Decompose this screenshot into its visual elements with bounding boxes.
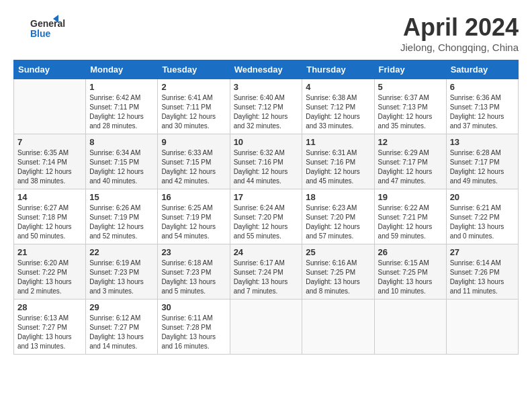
calendar-cell: 20Sunrise: 6:21 AM Sunset: 7:22 PM Dayli… xyxy=(446,189,518,244)
location: Jielong, Chongqing, China xyxy=(400,42,519,53)
day-number: 18 xyxy=(306,192,370,202)
weekday-header-saturday: Saturday xyxy=(446,60,518,79)
day-info: Sunrise: 6:41 AM Sunset: 7:11 PM Dayligh… xyxy=(161,93,226,131)
calendar-cell: 14Sunrise: 6:27 AM Sunset: 7:18 PM Dayli… xyxy=(14,189,86,244)
calendar-cell: 5Sunrise: 6:37 AM Sunset: 7:13 PM Daylig… xyxy=(374,79,446,134)
day-info: Sunrise: 6:19 AM Sunset: 7:23 PM Dayligh… xyxy=(89,259,154,296)
calendar-cell: 19Sunrise: 6:22 AM Sunset: 7:21 PM Dayli… xyxy=(374,189,446,244)
day-number: 28 xyxy=(17,302,82,312)
calendar-cell: 29Sunrise: 6:12 AM Sunset: 7:27 PM Dayli… xyxy=(86,300,158,355)
day-info: Sunrise: 6:31 AM Sunset: 7:16 PM Dayligh… xyxy=(306,148,370,186)
calendar-table: SundayMondayTuesdayWednesdayThursdayFrid… xyxy=(13,60,519,355)
day-info: Sunrise: 6:36 AM Sunset: 7:13 PM Dayligh… xyxy=(450,93,515,131)
day-number: 9 xyxy=(161,137,226,147)
calendar-week-row: 14Sunrise: 6:27 AM Sunset: 7:18 PM Dayli… xyxy=(14,189,519,244)
weekday-header-monday: Monday xyxy=(86,60,158,79)
day-info: Sunrise: 6:17 AM Sunset: 7:24 PM Dayligh… xyxy=(234,259,299,296)
day-info: Sunrise: 6:38 AM Sunset: 7:12 PM Dayligh… xyxy=(306,93,370,131)
day-number: 16 xyxy=(161,192,226,202)
day-info: Sunrise: 6:28 AM Sunset: 7:17 PM Dayligh… xyxy=(450,148,515,186)
day-number: 6 xyxy=(450,82,515,92)
calendar-cell: 7Sunrise: 6:35 AM Sunset: 7:14 PM Daylig… xyxy=(14,134,86,189)
calendar-cell: 25Sunrise: 6:16 AM Sunset: 7:25 PM Dayli… xyxy=(302,244,374,300)
calendar-cell: 9Sunrise: 6:33 AM Sunset: 7:15 PM Daylig… xyxy=(158,134,230,189)
day-info: Sunrise: 6:21 AM Sunset: 7:22 PM Dayligh… xyxy=(450,203,515,241)
calendar-cell: 4Sunrise: 6:38 AM Sunset: 7:12 PM Daylig… xyxy=(302,79,374,134)
day-number: 21 xyxy=(17,247,82,257)
day-number: 17 xyxy=(234,192,299,202)
weekday-header-sunday: Sunday xyxy=(14,60,86,79)
day-number: 27 xyxy=(450,247,515,257)
calendar-cell xyxy=(446,300,518,355)
day-info: Sunrise: 6:15 AM Sunset: 7:25 PM Dayligh… xyxy=(378,259,443,296)
day-info: Sunrise: 6:33 AM Sunset: 7:15 PM Dayligh… xyxy=(161,148,226,186)
day-number: 26 xyxy=(378,247,443,257)
calendar-cell: 27Sunrise: 6:14 AM Sunset: 7:26 PM Dayli… xyxy=(446,244,518,300)
calendar-cell: 26Sunrise: 6:15 AM Sunset: 7:25 PM Dayli… xyxy=(374,244,446,300)
day-info: Sunrise: 6:13 AM Sunset: 7:27 PM Dayligh… xyxy=(17,314,82,351)
calendar-cell xyxy=(302,300,374,355)
day-info: Sunrise: 6:40 AM Sunset: 7:12 PM Dayligh… xyxy=(234,93,299,131)
day-number: 5 xyxy=(378,82,443,92)
calendar-week-row: 1Sunrise: 6:42 AM Sunset: 7:11 PM Daylig… xyxy=(14,79,519,134)
calendar-cell: 30Sunrise: 6:11 AM Sunset: 7:28 PM Dayli… xyxy=(158,300,230,355)
calendar-cell: 13Sunrise: 6:28 AM Sunset: 7:17 PM Dayli… xyxy=(446,134,518,189)
calendar-cell: 21Sunrise: 6:20 AM Sunset: 7:22 PM Dayli… xyxy=(14,244,86,300)
day-number: 7 xyxy=(17,137,82,147)
title-block: April 2024 Jielong, Chongqing, China xyxy=(400,13,519,53)
day-number: 1 xyxy=(89,82,154,92)
calendar-cell: 24Sunrise: 6:17 AM Sunset: 7:24 PM Dayli… xyxy=(230,244,302,300)
month-title: April 2024 xyxy=(400,13,519,42)
calendar-cell: 16Sunrise: 6:25 AM Sunset: 7:19 PM Dayli… xyxy=(158,189,230,244)
calendar-cell: 12Sunrise: 6:29 AM Sunset: 7:17 PM Dayli… xyxy=(374,134,446,189)
calendar-cell: 28Sunrise: 6:13 AM Sunset: 7:27 PM Dayli… xyxy=(14,300,86,355)
day-info: Sunrise: 6:35 AM Sunset: 7:14 PM Dayligh… xyxy=(17,148,82,186)
day-info: Sunrise: 6:34 AM Sunset: 7:15 PM Dayligh… xyxy=(89,148,154,186)
day-info: Sunrise: 6:32 AM Sunset: 7:16 PM Dayligh… xyxy=(234,148,299,186)
calendar-week-row: 21Sunrise: 6:20 AM Sunset: 7:22 PM Dayli… xyxy=(14,244,519,300)
day-info: Sunrise: 6:18 AM Sunset: 7:23 PM Dayligh… xyxy=(161,259,226,296)
calendar-cell: 6Sunrise: 6:36 AM Sunset: 7:13 PM Daylig… xyxy=(446,79,518,134)
svg-text:Blue: Blue xyxy=(30,28,51,39)
calendar-cell xyxy=(230,300,302,355)
calendar-cell: 3Sunrise: 6:40 AM Sunset: 7:12 PM Daylig… xyxy=(230,79,302,134)
day-info: Sunrise: 6:37 AM Sunset: 7:13 PM Dayligh… xyxy=(378,93,443,131)
day-info: Sunrise: 6:42 AM Sunset: 7:11 PM Dayligh… xyxy=(89,93,154,131)
calendar-cell: 1Sunrise: 6:42 AM Sunset: 7:11 PM Daylig… xyxy=(86,79,158,134)
day-number: 29 xyxy=(89,302,154,312)
day-number: 14 xyxy=(17,192,82,202)
weekday-header-thursday: Thursday xyxy=(302,60,374,79)
day-info: Sunrise: 6:12 AM Sunset: 7:27 PM Dayligh… xyxy=(89,314,154,351)
day-info: Sunrise: 6:24 AM Sunset: 7:20 PM Dayligh… xyxy=(234,203,299,241)
calendar-week-row: 28Sunrise: 6:13 AM Sunset: 7:27 PM Dayli… xyxy=(14,300,519,355)
page-header: General Blue April 2024 Jielong, Chongqi… xyxy=(13,13,519,53)
day-number: 8 xyxy=(89,137,154,147)
calendar-cell: 8Sunrise: 6:34 AM Sunset: 7:15 PM Daylig… xyxy=(86,134,158,189)
day-info: Sunrise: 6:20 AM Sunset: 7:22 PM Dayligh… xyxy=(17,259,82,296)
day-info: Sunrise: 6:14 AM Sunset: 7:26 PM Dayligh… xyxy=(450,259,515,296)
calendar-cell: 2Sunrise: 6:41 AM Sunset: 7:11 PM Daylig… xyxy=(158,79,230,134)
calendar-cell: 22Sunrise: 6:19 AM Sunset: 7:23 PM Dayli… xyxy=(86,244,158,300)
logo: General Blue xyxy=(13,13,74,43)
day-number: 23 xyxy=(161,247,226,257)
calendar-header-row: SundayMondayTuesdayWednesdayThursdayFrid… xyxy=(14,60,519,79)
day-number: 22 xyxy=(89,247,154,257)
day-number: 3 xyxy=(234,82,299,92)
day-number: 10 xyxy=(234,137,299,147)
day-info: Sunrise: 6:25 AM Sunset: 7:19 PM Dayligh… xyxy=(161,203,226,241)
calendar-cell: 15Sunrise: 6:26 AM Sunset: 7:19 PM Dayli… xyxy=(86,189,158,244)
day-number: 30 xyxy=(161,302,226,312)
calendar-cell: 23Sunrise: 6:18 AM Sunset: 7:23 PM Dayli… xyxy=(158,244,230,300)
calendar-cell: 11Sunrise: 6:31 AM Sunset: 7:16 PM Dayli… xyxy=(302,134,374,189)
calendar-cell: 10Sunrise: 6:32 AM Sunset: 7:16 PM Dayli… xyxy=(230,134,302,189)
calendar-cell: 18Sunrise: 6:23 AM Sunset: 7:20 PM Dayli… xyxy=(302,189,374,244)
day-info: Sunrise: 6:16 AM Sunset: 7:25 PM Dayligh… xyxy=(306,259,370,296)
weekday-header-wednesday: Wednesday xyxy=(230,60,302,79)
day-info: Sunrise: 6:23 AM Sunset: 7:20 PM Dayligh… xyxy=(306,203,370,241)
logo-icon: General Blue xyxy=(13,13,74,43)
day-info: Sunrise: 6:26 AM Sunset: 7:19 PM Dayligh… xyxy=(89,203,154,241)
day-number: 20 xyxy=(450,192,515,202)
day-number: 13 xyxy=(450,137,515,147)
day-info: Sunrise: 6:29 AM Sunset: 7:17 PM Dayligh… xyxy=(378,148,443,186)
day-info: Sunrise: 6:22 AM Sunset: 7:21 PM Dayligh… xyxy=(378,203,443,241)
